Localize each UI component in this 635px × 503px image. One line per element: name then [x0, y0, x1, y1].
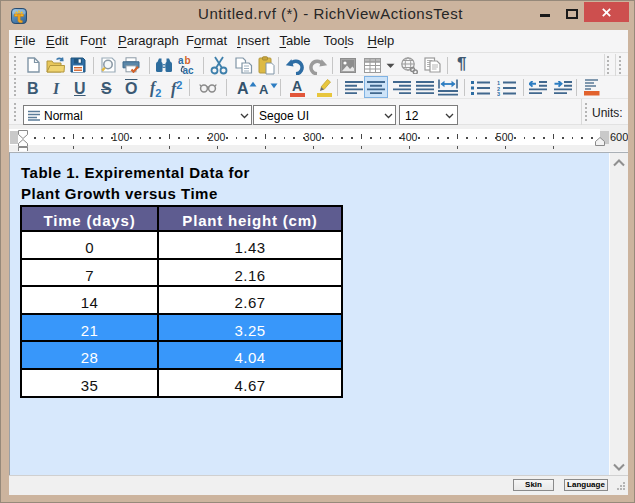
svg-text:3: 3 [497, 91, 500, 96]
svg-text:ac: ac [183, 65, 195, 76]
